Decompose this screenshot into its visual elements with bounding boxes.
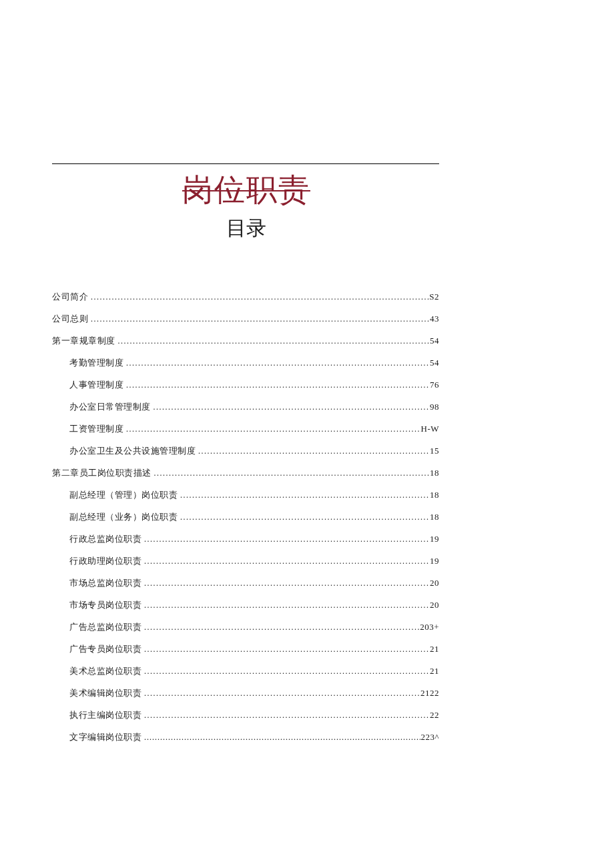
toc-dots [123,425,421,433]
toc-dots [141,645,430,653]
toc-entry: 办公室日常管理制度98 [52,402,439,411]
toc-entry-page: 20 [430,578,439,587]
toc-entry: 广告总监岗位职责203+ [52,622,439,631]
toc-entry-label: 广告总监岗位职责 [69,622,141,631]
toc-entry-label: 人事管理制度 [69,380,123,389]
toc-entry-page: 15 [430,446,439,455]
toc-entry-label: 工资管理制度 [69,424,123,433]
toc-entry: 美术编辑岗位职责2122 [52,689,439,697]
toc-dots [141,711,430,719]
toc-dots [123,381,430,389]
toc-entry-label: 行政总监岗位职责 [69,534,141,543]
toc-entry: 文字编辑岗位职责223^ [52,733,439,741]
toc-entry-label: 执行主编岗位职责 [69,711,141,719]
toc-entry-label: 美术编辑岗位职责 [69,689,141,697]
toc-dots [141,557,430,565]
toc-entry: 工资管理制度H-W [52,424,439,433]
toc-dots [88,315,430,323]
toc-entry-label: 第二章员工岗位职责描述 [52,468,151,477]
toc-dots [141,733,420,741]
toc-entry: 行政助理岗位职责19 [52,556,439,565]
toc-dots [141,623,420,631]
toc-entry: 公司总则43 [52,314,439,323]
toc-dots [123,359,430,367]
toc-dots [178,491,430,499]
toc-entry-page: 21 [430,667,439,675]
toc-entry: 考勤管理制度54 [52,358,439,367]
toc-dots [178,513,430,521]
toc-entry: 广告专员岗位职责21 [52,644,439,653]
document-page: 岗位职责 目录 公司简介S2公司总则43第一章规章制度54考勤管理制度54人事管… [0,0,614,821]
toc-entry: 市场总监岗位职责20 [52,578,439,587]
toc-dots [88,293,429,301]
toc-entry-label: 考勤管理制度 [69,358,123,367]
toc-entry: 执行主编岗位职责22 [52,711,439,719]
toc-entry-page: 43 [430,314,439,323]
toc-entry-page: 223^ [420,733,439,741]
toc-entry-label: 公司总则 [52,314,88,323]
toc-entry-label: 美术总监岗位职责 [69,667,141,675]
toc-entry: 副总经理（业务）岗位职责18 [52,512,439,521]
toc-entry: 美术总监岗位职责21 [52,667,439,675]
toc-entry: 行政总监岗位职责19 [52,534,439,543]
document-title: 岗位职责 [0,169,534,211]
toc-entry-page: 19 [430,534,439,543]
toc-dots [196,447,430,455]
toc-entry-page: 203+ [420,622,439,631]
toc-entry-page: S2 [429,292,439,301]
toc-entry-page: 22 [430,711,439,719]
toc-entry: 公司简介S2 [52,292,439,301]
toc-entry-page: 18 [430,468,439,477]
toc-entry: 市场专员岗位职责20 [52,600,439,609]
toc-entry-label: 办公室卫生及公共设施管理制度 [69,446,196,455]
document-subtitle: 目录 [0,215,534,242]
toc-entry-label: 市场专员岗位职责 [69,600,141,609]
toc-entry-page: 54 [430,336,439,345]
toc-entry-label: 行政助理岗位职责 [69,556,141,565]
toc-entry-page: 19 [430,556,439,565]
toc-entry: 办公室卫生及公共设施管理制度15 [52,446,439,455]
toc-dots [141,535,430,543]
toc-entry-label: 副总经理（管理）岗位职责 [69,490,178,499]
toc-entry: 副总经理（管理）岗位职责18 [52,490,439,499]
toc-entry-label: 副总经理（业务）岗位职责 [69,512,178,521]
toc-entry-label: 广告专员岗位职责 [69,644,141,653]
toc-entry-label: 办公室日常管理制度 [69,402,151,411]
toc-entry-label: 第一章规章制度 [52,336,115,345]
toc-entry-page: 2122 [420,689,439,697]
table-of-contents: 公司简介S2公司总则43第一章规章制度54考勤管理制度54人事管理制度76办公室… [52,292,439,741]
toc-entry: 第一章规章制度54 [52,336,439,345]
toc-entry-label: 公司简介 [52,292,88,301]
toc-dots [141,689,420,697]
toc-entry-label: 文字编辑岗位职责 [69,733,141,741]
toc-dots [141,579,430,587]
toc-entry-page: 18 [430,512,439,521]
toc-dots [151,469,430,477]
toc-entry-label: 市场总监岗位职责 [69,578,141,587]
toc-dots [115,337,430,345]
toc-entry-page: 18 [430,490,439,499]
toc-entry-page: 54 [430,358,439,367]
toc-entry: 人事管理制度76 [52,380,439,389]
toc-entry-page: 20 [430,600,439,609]
toc-entry-page: 21 [430,644,439,653]
horizontal-rule [52,163,439,164]
toc-dots [151,403,430,411]
toc-dots [141,667,430,675]
toc-entry-page: 98 [430,402,439,411]
toc-entry-page: 76 [430,380,439,389]
toc-dots [141,601,430,609]
toc-entry-page: H-W [421,424,440,433]
toc-entry: 第二章员工岗位职责描述18 [52,468,439,477]
